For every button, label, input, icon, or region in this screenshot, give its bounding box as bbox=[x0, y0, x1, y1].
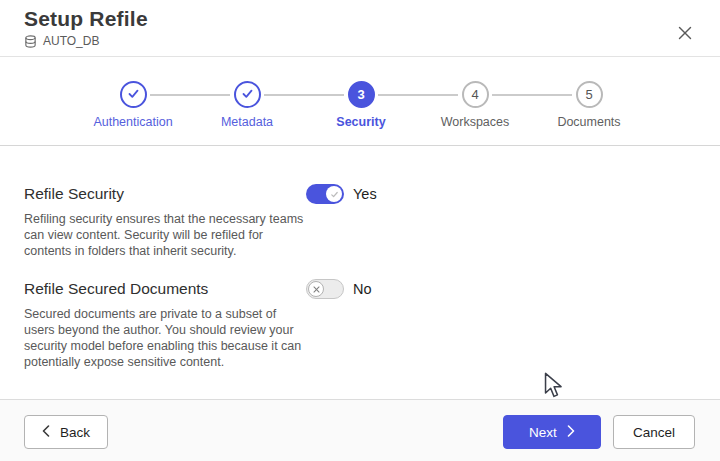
step-label: Security bbox=[336, 115, 385, 129]
refile-security-section: Refile Security Yes Refiling security en… bbox=[24, 184, 696, 259]
refile-security-toggle[interactable] bbox=[306, 184, 344, 204]
step-circle bbox=[120, 81, 147, 108]
database-subtitle: AUTO_DB bbox=[24, 34, 99, 48]
step-metadata[interactable]: Metadata bbox=[190, 81, 304, 129]
back-button[interactable]: Back bbox=[24, 415, 108, 449]
dialog-header: Setup Refile AUTO_DB bbox=[0, 0, 720, 57]
toggle-check-icon bbox=[330, 185, 339, 203]
refile-secured-documents-toggle[interactable] bbox=[306, 279, 344, 299]
section-description: Refiling security ensures that the neces… bbox=[24, 211, 307, 259]
back-button-label: Back bbox=[60, 425, 90, 440]
toggle-knob bbox=[308, 281, 324, 297]
page-title: Setup Refile bbox=[24, 7, 148, 31]
refile-secured-documents-section: Refile Secured Documents No Secured docu… bbox=[24, 279, 696, 370]
section-title: Refile Security bbox=[24, 184, 306, 204]
step-label: Metadata bbox=[221, 115, 273, 129]
step-security[interactable]: 3 Security bbox=[304, 81, 418, 129]
step-label: Authentication bbox=[93, 115, 172, 129]
section-title: Refile Secured Documents bbox=[24, 279, 306, 299]
step-number: 5 bbox=[585, 87, 592, 102]
cancel-button-label: Cancel bbox=[633, 425, 675, 440]
step-label: Workspaces bbox=[441, 115, 510, 129]
check-icon bbox=[241, 86, 254, 104]
section-description: Secured documents are private to a subse… bbox=[24, 306, 307, 370]
toggle-state-label: Yes bbox=[353, 184, 377, 204]
next-button[interactable]: Next bbox=[503, 415, 601, 449]
step-authentication[interactable]: Authentication bbox=[76, 81, 190, 129]
step-number: 4 bbox=[471, 87, 478, 102]
next-button-label: Next bbox=[529, 425, 557, 440]
database-name: AUTO_DB bbox=[43, 34, 99, 48]
wizard-stepper: Authentication Metadata 3 Security 4 Wor… bbox=[0, 58, 720, 146]
step-circle: 4 bbox=[462, 81, 489, 108]
chevron-left-icon bbox=[42, 425, 50, 440]
toggle-x-icon bbox=[312, 280, 321, 298]
step-workspaces[interactable]: 4 Workspaces bbox=[418, 81, 532, 129]
database-icon bbox=[24, 35, 37, 48]
check-icon bbox=[127, 86, 140, 104]
step-number: 3 bbox=[357, 87, 364, 102]
dialog-footer: Back Next Cancel bbox=[0, 399, 720, 461]
chevron-right-icon bbox=[567, 425, 575, 440]
step-circle: 3 bbox=[348, 81, 375, 108]
cancel-button[interactable]: Cancel bbox=[613, 415, 695, 449]
toggle-state-label: No bbox=[353, 279, 372, 299]
step-circle: 5 bbox=[576, 81, 603, 108]
step-label: Documents bbox=[557, 115, 620, 129]
close-icon[interactable] bbox=[676, 24, 694, 42]
step-documents[interactable]: 5 Documents bbox=[532, 81, 646, 129]
step-circle bbox=[234, 81, 261, 108]
toggle-knob bbox=[326, 186, 342, 202]
